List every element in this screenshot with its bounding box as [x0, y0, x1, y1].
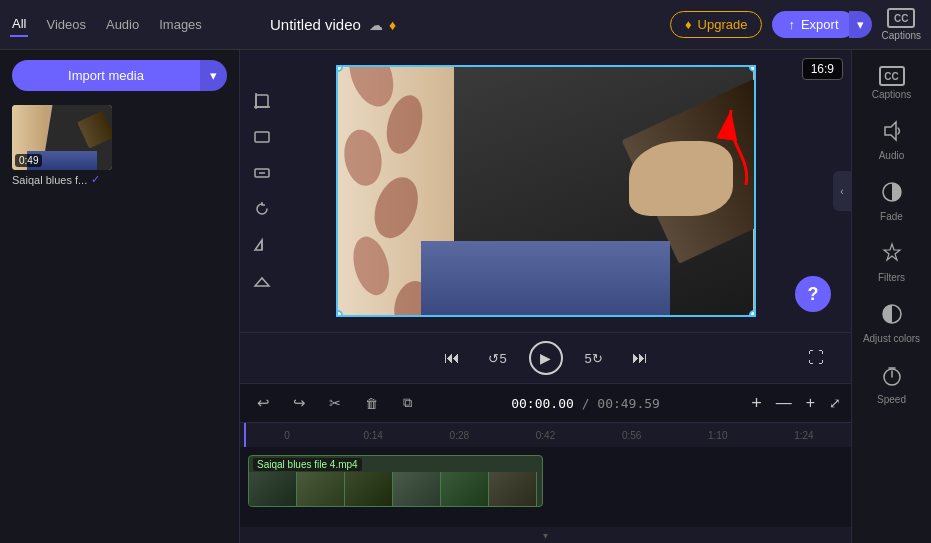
ruler-mark: 0:28	[416, 430, 502, 441]
project-title[interactable]: Untitled video	[270, 16, 361, 33]
skip-to-start-button[interactable]: ⏮	[437, 343, 467, 373]
zoom-out-button[interactable]: —	[776, 394, 792, 412]
tab-audio[interactable]: Audio	[104, 13, 141, 36]
play-pause-button[interactable]: ▶	[529, 341, 563, 375]
text-overlay-tool[interactable]	[248, 159, 276, 187]
timeline-fullscreen-button[interactable]: ⤢	[829, 395, 841, 411]
tab-videos[interactable]: Videos	[44, 13, 88, 36]
expand-timeline-button[interactable]: ▾	[240, 527, 851, 543]
cloud-icon[interactable]: ☁	[369, 17, 383, 33]
delete-button[interactable]: 🗑	[358, 390, 384, 416]
svg-rect-3	[255, 132, 269, 142]
track-clip[interactable]: Saiqal blues file 4.mp4	[248, 455, 543, 507]
fullscreen-button[interactable]: ⛶	[801, 343, 831, 373]
clip-thumb	[345, 472, 393, 507]
export-dropdown-button[interactable]: ▾	[849, 11, 872, 38]
export-button[interactable]: ↑ Export	[772, 11, 854, 38]
filters-tool[interactable]: Filters	[858, 234, 926, 291]
add-track-button[interactable]: +	[751, 393, 762, 414]
clip-thumb	[441, 472, 489, 507]
flip-h-tool[interactable]	[248, 231, 276, 259]
svg-marker-16	[885, 122, 896, 140]
clip-thumb	[249, 472, 297, 507]
total-time: 00:49.59	[597, 396, 660, 411]
topbar-right: ♦ Upgrade ↑ Export ▾ CC Captions	[670, 8, 921, 41]
rewind-5s-button[interactable]: ↺5	[483, 343, 513, 373]
captions-tool-label: Captions	[872, 89, 911, 100]
svg-point-9	[341, 67, 401, 113]
list-item[interactable]: 0:49 Saiqal blues f... ✓	[12, 105, 227, 186]
playback-controls: ⏮ ↺5 ▶ 5↻ ⏭ ⛶	[240, 332, 851, 383]
ruler-mark: 0:14	[330, 430, 416, 441]
crop-tool[interactable]	[248, 87, 276, 115]
speed-tool[interactable]: Speed	[858, 356, 926, 413]
forward-5s-button[interactable]: 5↻	[579, 343, 609, 373]
svg-marker-8	[255, 278, 269, 286]
media-thumbnail: 0:49	[12, 105, 112, 170]
handle-bottom-left[interactable]	[336, 310, 343, 317]
adjust-colors-tool[interactable]: Adjust colors	[858, 295, 926, 352]
speed-tool-label: Speed	[877, 394, 906, 405]
timeline-ruler: 0 0:14 0:28 0:42 0:56 1:10 1:24	[240, 423, 851, 447]
timeline-time: 00:00.00 / 00:49.59	[430, 396, 741, 411]
rotate-tool[interactable]	[248, 195, 276, 223]
timeline-toolbar: ↩ ↪ ✂ 🗑 ⧉ 00:00.00 / 00:49.59 + — + ⤢	[240, 384, 851, 423]
fade-tool-label: Fade	[880, 211, 903, 222]
captions-tool[interactable]: CC Captions	[858, 58, 926, 108]
upload-icon: ↑	[788, 17, 795, 32]
audio-tool-icon	[881, 120, 903, 147]
captions-tool-icon: CC	[879, 66, 905, 86]
title-icons: ☁ ♦	[369, 17, 396, 33]
export-button-group: ↑ Export ▾	[772, 11, 871, 38]
import-media-button[interactable]: Import media	[12, 60, 200, 91]
collapse-right-panel-button[interactable]: ‹	[833, 171, 851, 211]
audio-tool[interactable]: Audio	[858, 112, 926, 169]
tab-images[interactable]: Images	[157, 13, 204, 36]
filters-tool-icon	[881, 242, 903, 269]
ruler-mark: 0:42	[502, 430, 588, 441]
aspect-ratio-badge[interactable]: 16:9	[802, 58, 843, 80]
svg-rect-0	[256, 95, 268, 107]
import-button-wrap: Import media ▾	[0, 50, 239, 101]
tab-all[interactable]: All	[10, 12, 28, 37]
audio-tool-label: Audio	[879, 150, 905, 161]
clip-thumb	[489, 472, 537, 507]
undo-button[interactable]: ↩	[250, 390, 276, 416]
flip-v-tool[interactable]	[248, 267, 276, 295]
jeans	[421, 241, 671, 315]
redo-button[interactable]: ↪	[286, 390, 312, 416]
clip-label: Saiqal blues file 4.mp4	[253, 458, 362, 471]
zoom-in-button[interactable]: +	[806, 394, 815, 412]
media-duration: 0:49	[15, 154, 42, 167]
captions-panel-button[interactable]: CC Captions	[882, 8, 921, 41]
ruler-mark: 0:56	[589, 430, 675, 441]
skip-to-end-button[interactable]: ⏭	[625, 343, 655, 373]
resize-tool[interactable]	[248, 123, 276, 151]
video-scene	[338, 67, 754, 315]
upgrade-button[interactable]: ♦ Upgrade	[670, 11, 763, 38]
handle-bottom-right[interactable]	[749, 310, 756, 317]
media-label: Saiqal blues f... ✓	[12, 173, 227, 186]
help-button[interactable]: ?	[795, 276, 831, 312]
center-area: 16:9 ? ‹ ⏮ ↺5	[240, 50, 851, 543]
ruler-mark: 0	[244, 430, 330, 441]
svg-point-11	[340, 127, 386, 189]
svg-marker-6	[255, 240, 262, 250]
captions-icon: CC	[887, 8, 915, 28]
duplicate-button[interactable]: ⧉	[394, 390, 420, 416]
cut-button[interactable]: ✂	[322, 390, 348, 416]
import-media-dropdown[interactable]: ▾	[200, 60, 227, 91]
canvas-toolbar	[248, 87, 276, 295]
video-preview[interactable]	[336, 65, 756, 317]
clip-thumb	[297, 472, 345, 507]
speed-tool-icon	[881, 364, 903, 391]
svg-point-12	[366, 171, 425, 244]
clip-thumbnails	[249, 472, 537, 507]
diamond-icon: ♦	[389, 17, 396, 33]
captions-label: Captions	[882, 30, 921, 41]
fade-tool[interactable]: Fade	[858, 173, 926, 230]
check-icon: ✓	[91, 173, 100, 186]
video-track: Saiqal blues file 4.mp4	[244, 455, 847, 507]
right-panel: CC Captions Audio Fade	[851, 50, 931, 543]
left-panel: Import media ▾ 0:49 Saiqal blues f... ✓	[0, 50, 240, 543]
